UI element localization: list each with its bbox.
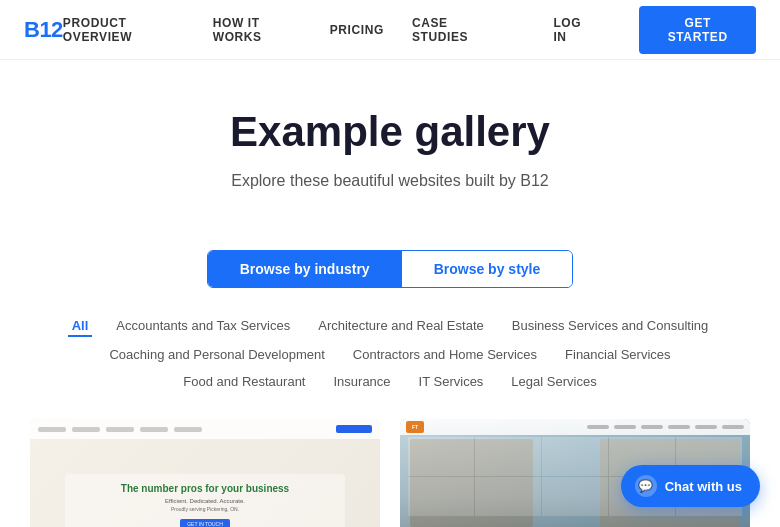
tabs-container: Browse by industry Browse by style <box>0 250 780 288</box>
card-1-subline: Efficient. Dedicated. Accurate. <box>65 498 345 504</box>
chat-widget[interactable]: 💬 Chat with us <box>621 465 760 507</box>
filter-architecture[interactable]: Architecture and Real Estate <box>314 316 487 337</box>
navbar: B12 PRODUCT OVERVIEW HOW IT WORKS PRICIN… <box>0 0 780 60</box>
gallery-card-1: The number pros for your business Effici… <box>30 419 380 527</box>
nav-product-overview[interactable]: PRODUCT OVERVIEW <box>63 16 185 44</box>
card-1-cta: GET IN TOUCH <box>180 519 230 527</box>
tab-browse-style[interactable]: Browse by style <box>402 251 573 287</box>
nav-cta-button[interactable]: GET STARTED <box>639 6 756 54</box>
card-1-image[interactable]: The number pros for your business Effici… <box>30 419 380 527</box>
card-1-headline: The number pros for your business <box>65 482 345 495</box>
filter-business[interactable]: Business Services and Consulting <box>508 316 713 337</box>
filter-coaching[interactable]: Coaching and Personal Development <box>105 345 328 364</box>
filter-legal[interactable]: Legal Services <box>507 372 600 391</box>
hero-subtitle: Explore these beautiful websites built b… <box>24 172 756 190</box>
page-title: Example gallery <box>24 108 756 156</box>
filter-it[interactable]: IT Services <box>415 372 488 391</box>
filter-contractors[interactable]: Contractors and Home Services <box>349 345 541 364</box>
filter-food[interactable]: Food and Restaurant <box>179 372 309 391</box>
nav-links: PRODUCT OVERVIEW HOW IT WORKS PRICING CA… <box>63 6 756 54</box>
filter-row: All Accountants and Tax Services Archite… <box>0 316 780 391</box>
filter-insurance[interactable]: Insurance <box>329 372 394 391</box>
chat-label: Chat with us <box>665 479 742 494</box>
filter-all[interactable]: All <box>68 316 93 337</box>
tab-group: Browse by industry Browse by style <box>207 250 574 288</box>
chat-icon: 💬 <box>635 475 657 497</box>
nav-how-it-works[interactable]: HOW IT WORKS <box>213 16 302 44</box>
filter-accountants[interactable]: Accountants and Tax Services <box>112 316 294 337</box>
card-1-tagline: Proudly serving Pickering, ON. <box>65 506 345 512</box>
nav-case-studies[interactable]: CASE STUDIES <box>412 16 497 44</box>
tab-browse-industry[interactable]: Browse by industry <box>208 251 402 287</box>
hero-section: Example gallery Explore these beautiful … <box>0 60 780 250</box>
filter-financial[interactable]: Financial Services <box>561 345 675 364</box>
nav-pricing[interactable]: PRICING <box>330 23 384 37</box>
nav-login[interactable]: LOG IN <box>553 16 593 44</box>
brand-logo[interactable]: B12 <box>24 17 63 43</box>
